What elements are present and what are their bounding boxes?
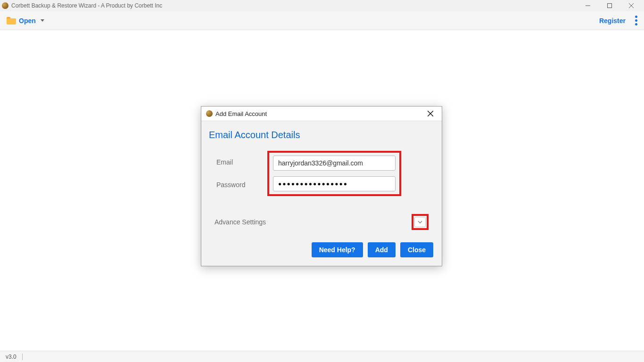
- email-label: Email: [216, 158, 267, 166]
- svg-rect-1: [608, 4, 612, 8]
- app-icon: [206, 110, 213, 117]
- open-label: Open: [19, 17, 36, 25]
- window-close-button[interactable]: [620, 0, 642, 11]
- maximize-icon: [607, 3, 612, 8]
- dialog-heading: Email Account Details: [201, 121, 442, 146]
- main-toolbar: Open Register: [0, 11, 644, 30]
- folder-icon: [7, 17, 16, 25]
- need-help-button[interactable]: Need Help?: [312, 242, 363, 257]
- email-input[interactable]: [273, 156, 396, 171]
- close-button[interactable]: Close: [400, 242, 433, 257]
- minimize-button[interactable]: [577, 0, 599, 11]
- content-area: Add Email Account Email Account Details …: [0, 30, 644, 351]
- dialog-titlebar: Add Email Account: [201, 107, 442, 121]
- dialog-close-button[interactable]: [424, 107, 437, 120]
- kebab-menu-button[interactable]: [635, 16, 637, 25]
- dialog-title: Add Email Account: [215, 110, 267, 117]
- app-icon: [2, 2, 8, 9]
- add-button[interactable]: Add: [368, 242, 396, 257]
- register-link[interactable]: Register: [599, 17, 626, 25]
- minimize-icon: [585, 3, 591, 8]
- window-titlebar: Corbett Backup & Restore Wizard - A Prod…: [0, 0, 644, 11]
- window-title: Corbett Backup & Restore Wizard - A Prod…: [11, 2, 162, 9]
- close-icon: [628, 3, 634, 8]
- chevron-down-icon: [41, 19, 44, 22]
- maximize-button[interactable]: [599, 0, 620, 11]
- open-menu-button[interactable]: Open: [7, 17, 44, 25]
- status-bar: v3.0: [0, 351, 644, 362]
- add-email-account-dialog: Add Email Account Email Account Details …: [201, 106, 442, 266]
- close-icon: [428, 111, 433, 116]
- advance-settings-expand-button[interactable]: [414, 217, 426, 227]
- chevron-down-icon: [417, 219, 423, 225]
- advance-settings-label: Advance Settings: [215, 218, 266, 226]
- password-input[interactable]: [273, 176, 396, 191]
- highlight-expand-box: [412, 214, 429, 230]
- statusbar-separator: [22, 354, 23, 360]
- version-label: v3.0: [6, 354, 17, 360]
- highlight-credentials-box: [267, 151, 401, 196]
- password-label: Password: [216, 181, 267, 189]
